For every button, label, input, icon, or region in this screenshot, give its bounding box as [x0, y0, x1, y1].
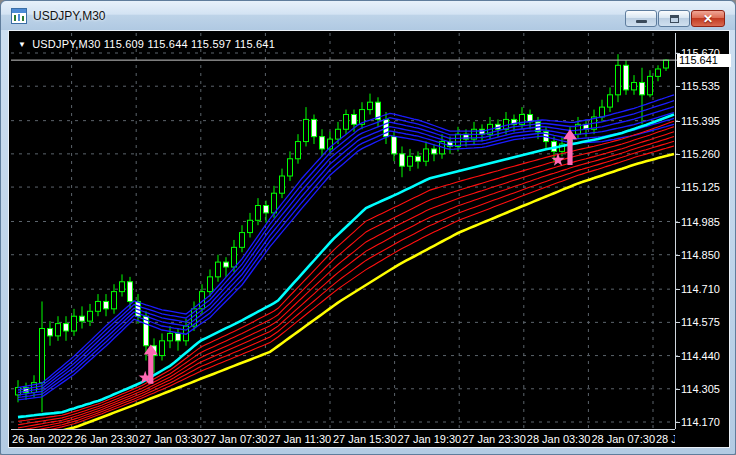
candle-body	[80, 316, 85, 321]
cyan-ma-line	[18, 115, 674, 418]
candle-body	[128, 282, 133, 302]
candle-body	[320, 137, 325, 149]
candle-body	[344, 115, 349, 130]
time-label: 27 Jan 19:30	[398, 433, 462, 445]
candle-body	[288, 159, 293, 176]
time-label: 27 Jan 11:30	[268, 433, 331, 445]
candle-body	[104, 301, 109, 308]
candle-body	[432, 149, 437, 154]
price-label: 114.850	[681, 249, 720, 261]
candle-body	[296, 142, 301, 159]
candle-body	[232, 247, 237, 267]
candle-body	[72, 316, 77, 331]
star-icon	[551, 153, 564, 166]
candle-body	[248, 220, 253, 232]
candle-body	[160, 341, 165, 356]
minimize-icon	[636, 20, 647, 23]
candle-body	[616, 65, 621, 95]
candle-body	[608, 95, 613, 107]
candle-body	[352, 115, 357, 125]
candle-body	[240, 233, 245, 248]
candle-body	[392, 137, 397, 154]
candle-body	[600, 107, 605, 117]
candle-body	[64, 324, 69, 331]
candle-body	[16, 388, 21, 395]
candle-body	[640, 83, 645, 95]
candle-body	[632, 83, 637, 90]
chevron-down-icon[interactable]: ▼	[18, 40, 26, 49]
chart-panel: ▼ USDJPY,M30 115.609 115.644 115.597 115…	[8, 30, 730, 448]
price-axis[interactable]: 115.670115.535115.395115.260115.125114.9…	[675, 33, 729, 429]
candle-body	[400, 154, 405, 166]
time-label: 27 Jan 23:30	[462, 433, 526, 445]
time-label: 27 Jan 03:30	[139, 433, 203, 445]
candle-body	[112, 292, 117, 309]
time-label: 27 Jan 07:30	[204, 433, 268, 445]
time-label: 26 Jan 2022	[12, 433, 73, 445]
price-label: 114.440	[681, 350, 720, 362]
candle-body	[48, 329, 53, 336]
maximize-icon	[670, 15, 679, 23]
chart-header: ▼ USDJPY,M30 115.609 115.644 115.597 115…	[18, 38, 275, 50]
window-title: USDJPY,M30	[33, 9, 105, 23]
candle-body	[256, 206, 261, 221]
candle-body	[96, 301, 101, 311]
time-label: 28 Jan 07:30	[591, 433, 655, 445]
price-label: 115.125	[681, 181, 720, 193]
close-icon: ✕	[703, 13, 713, 25]
price-label: 114.710	[681, 283, 720, 295]
minimize-button[interactable]	[625, 10, 657, 27]
chart-ohlc-text: USDJPY,M30 115.609 115.644 115.597 115.6…	[32, 38, 275, 50]
candle-body	[312, 119, 317, 136]
time-label: 28 Jan 03:30	[527, 433, 591, 445]
candle-body	[88, 311, 93, 321]
candle-body	[168, 333, 173, 340]
candle-body	[40, 329, 45, 383]
candle-body	[264, 206, 269, 213]
candle-body	[624, 65, 629, 90]
price-label: 114.575	[681, 316, 720, 328]
candle-body	[408, 156, 413, 166]
titlebar[interactable]: USDJPY,M30 ✕	[1, 1, 735, 30]
candle-body	[216, 262, 221, 277]
candle-body	[56, 324, 61, 336]
time-axis[interactable]: 26 Jan 202226 Jan 23:3027 Jan 03:3027 Ja…	[11, 429, 675, 448]
time-label: 26 Jan 23:30	[75, 433, 139, 445]
maximize-button[interactable]	[658, 10, 690, 27]
candle-body	[336, 129, 341, 139]
candle-body	[208, 277, 213, 292]
candle-body	[648, 76, 653, 94]
chart-window: USDJPY,M30 ✕ ▼ USDJPY,M30 115.609 115.64…	[0, 0, 736, 455]
price-label: 115.260	[681, 148, 720, 160]
price-label: 114.170	[681, 416, 720, 428]
blue-ma-line	[18, 124, 674, 400]
red-ma-line	[18, 146, 674, 429]
candle-body	[176, 333, 181, 340]
candle-body	[656, 69, 661, 76]
window-controls: ✕	[624, 10, 725, 27]
candle-body	[280, 176, 285, 193]
candle-body	[424, 149, 429, 161]
candle-body	[664, 60, 669, 68]
price-label: 115.535	[681, 80, 720, 92]
candle-body	[120, 282, 125, 292]
price-label: 114.985	[681, 216, 720, 228]
blue-ma-line	[18, 113, 674, 395]
current-price-box: 115.641	[677, 54, 731, 67]
candle-body	[304, 119, 309, 141]
chart-window-icon	[11, 8, 27, 24]
time-label: 28 Jan 11:30	[656, 433, 675, 445]
candle-body	[416, 156, 421, 161]
candle-body	[368, 102, 373, 109]
close-button[interactable]: ✕	[691, 10, 725, 27]
time-label: 27 Jan 15:30	[333, 433, 397, 445]
price-label: 115.395	[681, 115, 720, 127]
plot-area[interactable]	[11, 33, 679, 429]
candle-body	[272, 193, 277, 213]
candle-body	[224, 262, 229, 267]
price-label: 114.305	[681, 383, 720, 395]
